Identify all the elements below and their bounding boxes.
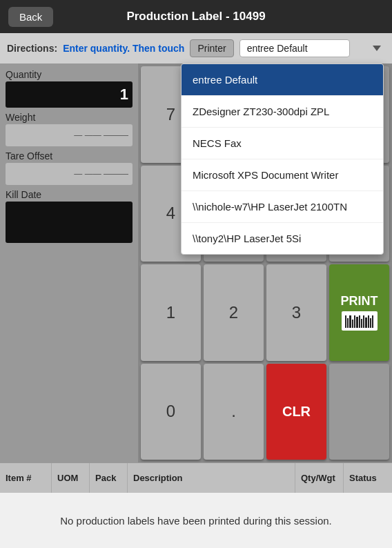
col-description: Description bbox=[128, 463, 295, 493]
tare-offset-value: — —— ——— bbox=[74, 169, 128, 179]
dropdown-item-hp-laserjet-5si[interactable]: \\tony2\HP LaserJet 5Si bbox=[182, 223, 383, 254]
printer-selected-value[interactable]: entree Default bbox=[239, 39, 350, 57]
quantity-field-group: Quantity 1 bbox=[6, 69, 133, 108]
kill-date-input[interactable] bbox=[6, 202, 133, 243]
numpad-empty-7 bbox=[329, 364, 389, 460]
numpad-dot[interactable]: . bbox=[204, 364, 264, 460]
dropdown-item-zdesigner[interactable]: ZDesigner ZT230-300dpi ZPL bbox=[182, 96, 383, 128]
barcode-icon bbox=[342, 311, 378, 331]
clr-button[interactable]: CLR bbox=[266, 364, 326, 460]
numpad-row-3: 1 2 3 PRINT bbox=[141, 264, 389, 361]
printer-selector[interactable]: entree Default bbox=[239, 39, 385, 57]
print-label: PRINT bbox=[341, 294, 378, 309]
weight-label: Weight bbox=[6, 112, 133, 123]
table-header: Item # UOM Pack Description Qty/Wgt Stat… bbox=[0, 462, 392, 493]
col-item: Item # bbox=[0, 463, 52, 493]
numpad-3[interactable]: 3 bbox=[266, 264, 326, 361]
empty-state: No production labels have been printed d… bbox=[0, 493, 392, 548]
directions-bar: Directions: Enter quantity. Then touch P… bbox=[0, 33, 392, 63]
dropdown-arrow-icon bbox=[373, 46, 381, 51]
col-uom: UOM bbox=[52, 463, 90, 493]
barcode-bars bbox=[345, 314, 373, 328]
tare-offset-label: Tare Offset bbox=[6, 150, 133, 162]
quantity-input[interactable]: 1 bbox=[6, 81, 133, 108]
col-qty-wgt: Qty/Wgt bbox=[295, 463, 344, 493]
weight-value: — —— ——— bbox=[74, 130, 128, 140]
tare-offset-input[interactable]: — —— ——— bbox=[6, 163, 133, 185]
col-pack: Pack bbox=[90, 463, 128, 493]
back-button[interactable]: Back bbox=[8, 7, 53, 27]
printer-label-button[interactable]: Printer bbox=[190, 39, 233, 57]
header: Back Production Label - 10499 bbox=[0, 0, 392, 33]
dropdown-item-entree-default[interactable]: entree Default bbox=[182, 64, 383, 96]
quantity-value: 1 bbox=[120, 86, 128, 104]
numpad-row-4: 0 . CLR bbox=[141, 364, 389, 460]
numpad-1[interactable]: 1 bbox=[141, 264, 201, 361]
dropdown-item-hp-laserjet-2100[interactable]: \\nichole-w7\HP LaserJet 2100TN bbox=[182, 191, 383, 223]
kill-date-label: Kill Date bbox=[6, 189, 133, 200]
col-status: Status bbox=[344, 463, 392, 493]
tare-offset-field-group: Tare Offset — —— ——— bbox=[6, 150, 133, 185]
quantity-label: Quantity bbox=[6, 69, 133, 80]
weight-input[interactable]: — —— ——— bbox=[6, 124, 133, 146]
weight-field-group: Weight — —— ——— bbox=[6, 112, 133, 146]
kill-date-field-group: Kill Date bbox=[6, 189, 133, 243]
empty-state-message: No production labels have been printed d… bbox=[60, 515, 332, 527]
numpad-2[interactable]: 2 bbox=[204, 264, 264, 361]
left-panel: Quantity 1 Weight — —— ——— Tare Offset —… bbox=[0, 63, 138, 462]
dropdown-item-ms-xps[interactable]: Microsoft XPS Document Writer bbox=[182, 159, 383, 191]
directions-text: Enter quantity. Then touch bbox=[63, 43, 184, 54]
directions-label: Directions: bbox=[7, 43, 57, 54]
printer-dropdown[interactable]: entree DefaultZDesigner ZT230-300dpi ZPL… bbox=[181, 63, 384, 255]
numpad-0[interactable]: 0 bbox=[141, 364, 201, 460]
print-button[interactable]: PRINT bbox=[329, 264, 389, 361]
page-title: Production Label - 10499 bbox=[126, 10, 265, 23]
dropdown-item-necs-fax[interactable]: NECS Fax bbox=[182, 128, 383, 159]
